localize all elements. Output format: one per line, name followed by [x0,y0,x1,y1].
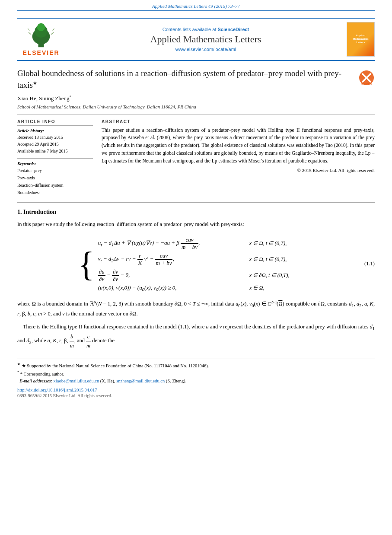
intro-paragraph-2: where Ω is a bounded domain in ℝN(N = 1,… [17,299,375,318]
abstract-column: ABSTRACT This paper studies a reaction–d… [102,119,375,196]
article-info-column: ARTICLE INFO Article history: Received 1… [17,119,93,196]
elsevier-label: ELSEVIER [22,49,59,56]
affiliation: School of Mathematical Sciences, Dalian … [17,104,375,109]
email-1-link[interactable]: xiaobe@mail.dlut.edu.cn [54,379,99,383]
footnote-corresponding: * * Corresponding author. [17,370,375,378]
abstract-title: ABSTRACT [102,119,375,124]
article-meta-section: ARTICLE INFO Article history: Received 1… [17,115,375,196]
journal-center: Contents lists available at ScienceDirec… [65,27,347,52]
intro-paragraph-1: In this paper we study the following rea… [17,220,375,229]
equation-number: (1.1) [364,261,375,267]
history-label: Article history: [17,128,93,133]
journal-title-banner: Applied Mathematics Letters [65,34,347,45]
svg-point-3 [37,23,45,31]
elsevier-logo: ELSEVIER [17,22,65,56]
svg-line-4 [29,32,31,35]
footnote-emails: E-mail addresses: xiaobe@mail.dlut.edu.c… [17,378,375,385]
journal-thumbnail: AppliedMathematicsLetters [347,22,375,57]
top-border [17,10,375,19]
sciencedirect-link[interactable]: ScienceDirect [218,27,249,32]
journal-url[interactable]: www.elsevier.com/locate/aml [65,47,347,52]
intro-paragraph-3: There is the Holling type II functional … [17,322,375,350]
doi-link[interactable]: http://dx.doi.org/10.1016/j.aml.2015.04.… [17,388,375,392]
journal-banner: ELSEVIER Contents lists available at Sci… [17,19,375,61]
keywords-label: Keywords: [17,161,93,166]
crossmark-logo: CrossMark [358,70,375,89]
keywords-list: Predator–prey Prey-taxis Reaction–diffus… [17,167,93,196]
eq-row-1: ut − d1Δu + ∇·(uχ(u)∇v) = −au + β cuv m … [98,236,314,251]
footnote-area: ★ ★ Supported by the National Natural Sc… [17,359,375,385]
paper-title-text: Global boundedness of solutions in a rea… [17,68,353,91]
article-info-title: ARTICLE INFO [17,119,93,126]
svg-line-7 [53,29,54,31]
info-divider [17,158,93,159]
article-dates: Received 13 January 2015 Accepted 29 Apr… [17,134,93,155]
equation-lines: ut − d1Δu + ∇·(uχ(u)∇v) = −au + β cuv m … [98,236,314,293]
elsevier-tree-icon [22,22,61,48]
section-divider [17,202,375,203]
sciencedirect-text: Contents lists available at ScienceDirec… [65,27,347,32]
equation-system: { ut − d1Δu + ∇·(uχ(u)∇v) = −au + β cuv … [78,236,314,293]
svg-line-6 [28,29,30,31]
section-1-title: 1. Introduction [17,209,375,216]
equation-1-1: { ut − d1Δu + ∇·(uχ(u)∇v) = −au + β cuv … [17,236,375,293]
copyright-notice: © 2015 Elsevier Ltd. All rights reserved… [102,168,375,173]
svg-text:CrossMark: CrossMark [361,83,372,85]
and-text: and [17,338,25,344]
paper-title-block: Global boundedness of solutions in a rea… [17,68,375,91]
eq-row-3: ∂u ∂ν = ∂v ∂ν = 0, x ∈ ∂Ω, t ∈ (0,T), [98,268,314,283]
main-content: Global boundedness of solutions in a rea… [17,61,375,398]
footnote-star: ★ ★ Supported by the National Natural Sc… [17,362,375,369]
abstract-text: This paper studies a reaction–diffusion … [102,127,375,165]
journal-reference: Applied Mathematics Letters 49 (2015) 73… [0,0,392,10]
issn-rights: 0893-9659/© 2015 Elsevier Ltd. All right… [17,393,375,398]
eq-row-2: vt − d2Δv = rv − r K v2 − cuv m + bv , x… [98,252,314,267]
authors: Xiao He, Sining Zheng* [17,95,375,102]
left-brace-icon: { [78,247,94,281]
email-2-link[interactable]: snzheng@mail.dlut.edu.cn [116,379,165,383]
eq-row-4: (u(x,0), v(x,0)) = (u0(x), v0(x)) ≥ 0, x… [98,284,314,292]
svg-line-5 [51,32,54,35]
